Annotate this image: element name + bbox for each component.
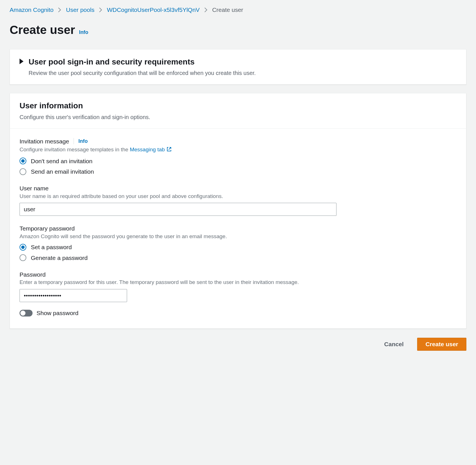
breadcrumb-item-cognito[interactable]: Amazon Cognito	[10, 6, 53, 14]
external-link-icon	[166, 147, 172, 154]
messaging-tab-link[interactable]: Messaging tab	[130, 147, 172, 152]
signin-requirements-sub: Review the user pool security configurat…	[29, 69, 256, 77]
user-information-panel: User information Configure this user's v…	[10, 93, 466, 329]
radio-label: Set a password	[31, 243, 72, 251]
chevron-right-icon	[58, 7, 61, 12]
breadcrumb: Amazon Cognito User pools WDCognitoUserP…	[10, 6, 466, 14]
invitation-info-link[interactable]: Info	[78, 138, 88, 145]
signin-requirements-title: User pool sign-in and security requireme…	[29, 56, 256, 67]
chevron-right-icon	[204, 7, 208, 12]
temp-password-radio-group: Set a password Generate a password	[20, 243, 456, 262]
temp-password-label: Temporary password	[20, 224, 456, 232]
username-help: User name is an required attribute based…	[20, 193, 456, 200]
show-password-toggle[interactable]	[20, 310, 33, 317]
invitation-label: Invitation message	[20, 137, 69, 145]
radio-icon	[20, 244, 26, 251]
radio-icon	[20, 158, 26, 164]
info-link[interactable]: Info	[79, 29, 88, 36]
radio-icon	[20, 254, 26, 261]
caret-right-icon	[20, 59, 23, 64]
password-input[interactable]	[20, 289, 127, 302]
create-user-button[interactable]: Create user	[417, 338, 466, 351]
cancel-button[interactable]: Cancel	[376, 338, 412, 351]
toggle-knob	[20, 311, 25, 316]
signin-requirements-expander[interactable]: User pool sign-in and security requireme…	[10, 49, 466, 84]
chevron-right-icon	[99, 7, 102, 12]
user-info-sub: Configure this user's verification and s…	[20, 113, 456, 121]
radio-dont-send-invitation[interactable]: Don't send an invitation	[20, 157, 456, 165]
password-label: Password	[20, 270, 456, 279]
password-help: Enter a temporary password for this user…	[20, 279, 456, 286]
radio-generate-password[interactable]: Generate a password	[20, 254, 456, 262]
radio-label: Generate a password	[31, 254, 88, 262]
breadcrumb-item-current: Create user	[212, 6, 243, 14]
radio-send-email-invitation[interactable]: Send an email invitation	[20, 167, 456, 176]
radio-label: Don't send an invitation	[31, 157, 93, 165]
footer-actions: Cancel Create user	[10, 338, 466, 351]
signin-requirements-panel: User pool sign-in and security requireme…	[10, 49, 466, 85]
radio-icon	[20, 168, 26, 175]
separator	[74, 138, 74, 144]
username-input[interactable]	[20, 203, 336, 216]
user-info-title: User information	[20, 100, 456, 111]
invitation-radio-group: Don't send an invitation Send an email i…	[20, 157, 456, 176]
show-password-label: Show password	[37, 309, 78, 317]
breadcrumb-item-userpools[interactable]: User pools	[66, 6, 94, 14]
invitation-help: Configure invitation message templates i…	[20, 146, 456, 154]
page-title: Create user	[10, 22, 75, 38]
username-label: User name	[20, 184, 456, 192]
temp-password-help: Amazon Cognito will send the password yo…	[20, 233, 456, 240]
radio-set-password[interactable]: Set a password	[20, 243, 456, 251]
radio-label: Send an email invitation	[31, 167, 94, 176]
breadcrumb-item-pool[interactable]: WDCognitoUserPool-x5l3vf5YlQnV	[107, 6, 200, 14]
